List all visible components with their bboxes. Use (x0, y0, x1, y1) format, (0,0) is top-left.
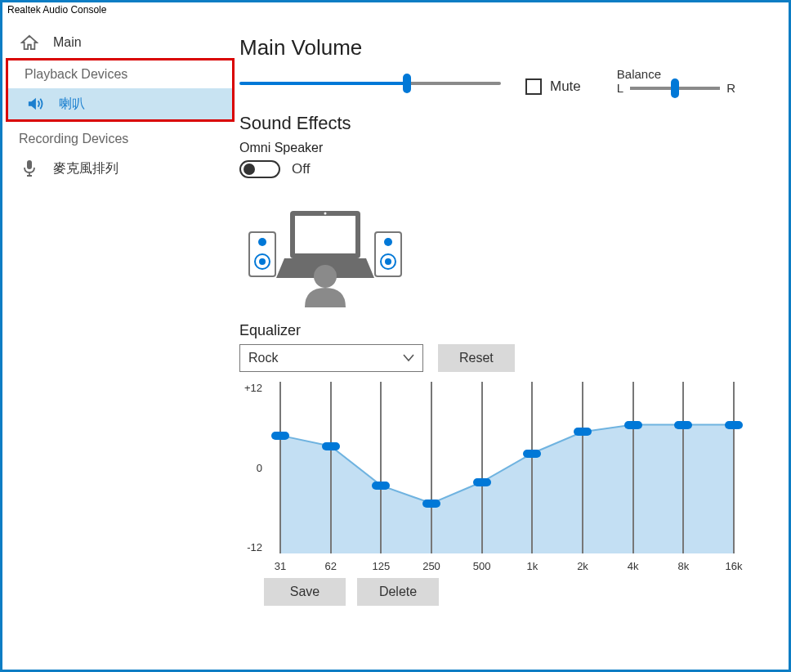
eq-y-mid: 0 (257, 462, 262, 474)
playback-highlight: Playback Devices 喇叭 (6, 58, 235, 122)
equalizer-save-button[interactable]: Save (264, 578, 346, 606)
eq-band-freq-label: 250 (422, 560, 440, 572)
eq-band-slider[interactable] (481, 382, 483, 553)
main-volume-title: Main Volume (239, 35, 756, 60)
mute-label: Mute (550, 78, 581, 95)
eq-band-thumb[interactable] (322, 442, 340, 450)
svg-rect-10 (295, 216, 355, 253)
eq-band-thumb[interactable] (725, 421, 743, 429)
eq-band-thumb[interactable] (271, 432, 289, 440)
balance-label: Balance (617, 67, 661, 81)
sidebar-playback-header: Playback Devices (8, 62, 232, 88)
eq-band-freq-label: 31 (275, 560, 286, 572)
omni-speaker-label: Omni Speaker (239, 141, 756, 155)
eq-band-slider[interactable] (632, 382, 634, 553)
eq-band-freq-label: 500 (473, 560, 491, 572)
svg-point-4 (259, 258, 266, 265)
eq-band-thumb[interactable] (624, 421, 642, 429)
omni-speaker-toggle[interactable] (239, 160, 280, 178)
eq-band-freq-label: 2k (577, 560, 588, 572)
home-icon (19, 34, 40, 52)
chevron-down-icon (403, 351, 414, 365)
svg-point-11 (324, 213, 327, 215)
balance-left-label: L (617, 81, 623, 95)
content: Main Volume Mute Balance L (239, 16, 789, 670)
eq-band-thumb[interactable] (372, 482, 390, 490)
omni-speaker-state: Off (292, 161, 310, 177)
main-volume-slider[interactable] (239, 72, 501, 95)
equalizer-preset-value: Rock (248, 351, 278, 365)
eq-band-slider[interactable] (330, 382, 332, 553)
sidebar-mic-label: 麥克風排列 (53, 160, 118, 177)
mute-checkbox[interactable] (525, 78, 542, 95)
equalizer-graph: +12 0 -12 31621252505001k2k4k8k16k Save … (239, 382, 750, 594)
equalizer-delete-button[interactable]: Delete (357, 578, 439, 606)
eq-band-slider[interactable] (380, 382, 382, 553)
eq-band-freq-label: 62 (324, 560, 336, 572)
eq-band-freq-label: 16k (726, 560, 743, 572)
sidebar-item-main[interactable]: Main (2, 27, 239, 58)
svg-point-6 (384, 238, 392, 246)
eq-band-freq-label: 8k (677, 560, 689, 572)
eq-band-slider[interactable] (582, 382, 583, 553)
eq-band-slider[interactable] (531, 382, 533, 553)
speaker-icon (25, 95, 46, 113)
eq-band-freq-label: 4k (628, 560, 639, 572)
eq-band-freq-label: 125 (372, 560, 390, 572)
balance-thumb[interactable] (671, 78, 679, 98)
eq-band-thumb[interactable] (574, 428, 592, 436)
sidebar-item-microphone[interactable]: 麥克風排列 (2, 153, 239, 184)
eq-band-thumb[interactable] (523, 450, 541, 458)
eq-band-slider[interactable] (279, 382, 281, 553)
svg-point-2 (258, 238, 266, 246)
sidebar: Main Playback Devices 喇叭 Recording Devic… (2, 16, 239, 670)
setup-illustration (239, 186, 411, 309)
equalizer-reset-button[interactable]: Reset (438, 344, 515, 372)
sound-effects-title: Sound Effects (239, 113, 756, 134)
svg-rect-0 (27, 160, 32, 169)
equalizer-title: Equalizer (239, 322, 756, 339)
sidebar-recording-header: Recording Devices (2, 122, 239, 153)
eq-band-slider[interactable] (431, 382, 432, 553)
svg-point-12 (314, 265, 337, 288)
microphone-icon (19, 159, 40, 177)
balance-right-label: R (726, 81, 735, 95)
eq-band-thumb[interactable] (674, 421, 692, 429)
window-title: Realtek Audio Console (2, 2, 789, 16)
sidebar-main-label: Main (53, 35, 82, 50)
eq-band-slider[interactable] (682, 382, 684, 553)
sidebar-speakers-label: 喇叭 (59, 96, 85, 113)
svg-point-8 (385, 258, 391, 265)
sidebar-item-speakers[interactable]: 喇叭 (8, 88, 232, 119)
eq-band-thumb[interactable] (422, 500, 440, 508)
eq-band-slider[interactable] (733, 382, 735, 553)
eq-band-freq-label: 1k (526, 560, 538, 572)
equalizer-preset-select[interactable]: Rock (239, 344, 423, 372)
main-volume-thumb[interactable] (403, 74, 411, 93)
eq-band-thumb[interactable] (473, 478, 491, 486)
eq-y-max: +12 (244, 382, 262, 394)
eq-y-min: -12 (247, 541, 262, 553)
balance-slider[interactable] (630, 87, 720, 90)
